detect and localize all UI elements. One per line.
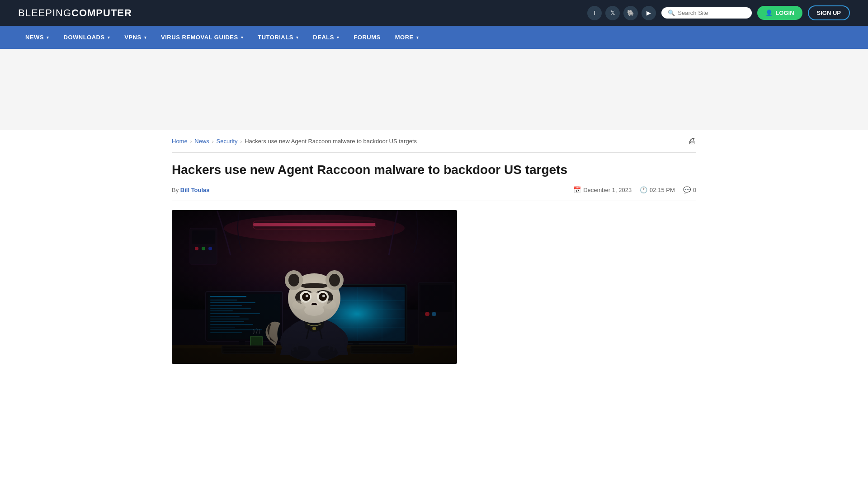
breadcrumb-news[interactable]: News — [194, 138, 209, 145]
chevron-down-icon: ▾ — [296, 35, 299, 40]
header-right: f 𝕏 🐘 ▶ 🔍 👤 LOGIN SIGN UP — [587, 5, 850, 20]
breadcrumb-home[interactable]: Home — [172, 138, 188, 145]
author-link[interactable]: Bill Toulas — [180, 187, 210, 193]
logo-part2: COMPUTER — [71, 7, 132, 19]
login-label: LOGIN — [775, 9, 794, 16]
comments-number: 0 — [693, 187, 696, 193]
article-time: 🕐 02:15 PM — [640, 186, 675, 193]
article-author: By Bill Toulas — [172, 187, 210, 193]
time-text: 02:15 PM — [650, 187, 675, 193]
article-date: 📅 December 1, 2023 — [573, 186, 632, 193]
clock-icon: 🕐 — [640, 186, 647, 193]
main-navbar: NEWS ▾ DOWNLOADS ▾ VPNS ▾ VIRUS REMOVAL … — [0, 26, 868, 49]
search-bar: 🔍 — [661, 7, 752, 19]
breadcrumb-separator: › — [190, 139, 192, 144]
logo-part1: BLEEPING — [18, 7, 71, 19]
article: Hackers use new Agent Raccoon malware to… — [172, 162, 696, 364]
meta-right: 📅 December 1, 2023 🕐 02:15 PM 💬 0 — [573, 186, 696, 193]
chevron-down-icon: ▾ — [241, 35, 244, 40]
facebook-icon[interactable]: f — [587, 6, 602, 20]
nav-tutorials[interactable]: TUTORIALS ▾ — [250, 26, 306, 49]
search-icon: 🔍 — [668, 9, 675, 16]
article-title: Hackers use new Agent Raccoon malware to… — [172, 162, 696, 178]
article-hero-image — [172, 210, 457, 364]
content-wrapper: Home › News › Security › Hackers use new… — [163, 130, 705, 364]
signup-button[interactable]: SIGN UP — [808, 5, 850, 20]
nav-virus-removal[interactable]: VIRUS REMOVAL GUIDES ▾ — [154, 26, 250, 49]
chevron-down-icon: ▾ — [47, 35, 49, 40]
breadcrumb: Home › News › Security › Hackers use new… — [172, 138, 417, 145]
chevron-down-icon: ▾ — [337, 35, 340, 40]
login-button[interactable]: 👤 LOGIN — [757, 6, 802, 20]
search-input[interactable] — [678, 9, 745, 16]
nav-downloads[interactable]: DOWNLOADS ▾ — [57, 26, 118, 49]
nav-more[interactable]: MORE ▾ — [388, 26, 426, 49]
chevron-down-icon: ▾ — [108, 35, 110, 40]
nav-forums[interactable]: FORUMS — [346, 26, 387, 49]
nav-deals[interactable]: DEALS ▾ — [306, 26, 346, 49]
article-meta: By Bill Toulas 📅 December 1, 2023 🕐 02:1… — [172, 186, 696, 201]
signup-label: SIGN UP — [817, 9, 841, 16]
breadcrumb-separator: › — [212, 139, 214, 144]
social-icons-group: f 𝕏 🐘 ▶ — [587, 6, 656, 20]
advertisement-banner — [0, 49, 868, 130]
raccoon-illustration — [172, 210, 457, 364]
calendar-icon: 📅 — [573, 186, 581, 193]
date-text: December 1, 2023 — [583, 187, 632, 193]
chevron-down-icon: ▾ — [416, 35, 419, 40]
comment-icon: 💬 — [683, 186, 691, 193]
user-icon: 👤 — [765, 9, 773, 16]
twitter-icon[interactable]: 𝕏 — [605, 6, 620, 20]
youtube-icon[interactable]: ▶ — [642, 6, 656, 20]
breadcrumb-bar: Home › News › Security › Hackers use new… — [172, 130, 696, 153]
breadcrumb-security[interactable]: Security — [217, 138, 238, 145]
chevron-down-icon: ▾ — [144, 35, 147, 40]
site-header: BLEEPINGCOMPUTER f 𝕏 🐘 ▶ 🔍 👤 LOGIN SIGN … — [0, 0, 868, 26]
breadcrumb-separator: › — [241, 139, 242, 144]
svg-rect-81 — [172, 210, 457, 364]
author-prefix: By — [172, 187, 179, 193]
comment-count[interactable]: 💬 0 — [683, 186, 696, 193]
nav-vpns[interactable]: VPNS ▾ — [117, 26, 154, 49]
breadcrumb-current: Hackers use new Agent Raccoon malware to… — [245, 138, 417, 145]
print-icon[interactable]: 🖨 — [688, 136, 696, 146]
mastodon-icon[interactable]: 🐘 — [623, 6, 638, 20]
site-logo[interactable]: BLEEPINGCOMPUTER — [18, 7, 132, 19]
nav-news[interactable]: NEWS ▾ — [18, 26, 57, 49]
